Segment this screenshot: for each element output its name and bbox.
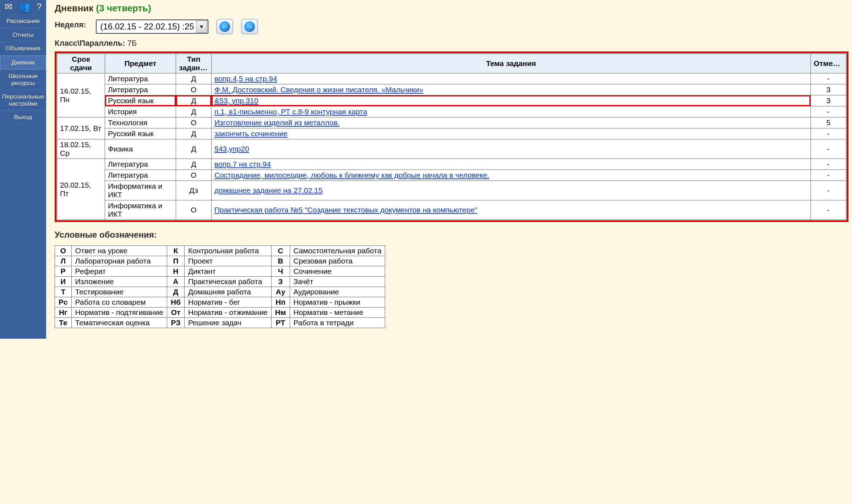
cell-mark: -	[811, 139, 846, 159]
legend-desc: Решение задач	[185, 318, 272, 328]
legend-row: НгНорматив - подтягиваниеОтНорматив - от…	[55, 308, 385, 318]
legend-desc: Норматив - прыжки	[290, 297, 385, 308]
table-row: Информатика и ИКТОПрактическая работа №5…	[57, 200, 846, 220]
cell-topic: Практическая работа №5 "Создание текстов…	[212, 200, 811, 220]
sidebar-item[interactable]: Отчеты	[0, 28, 46, 42]
week-select[interactable]: (16.02.15 - 22.02.15) :25 ▼	[96, 20, 208, 34]
help-icon[interactable]: ?	[37, 1, 42, 12]
diary-table-highlight: Срок сдачи Предмет Тип задания Тема зада…	[55, 51, 848, 222]
week-row: Неделя: (16.02.15 - 22.02.15) :25 ▼ ← →	[55, 19, 848, 34]
cell-mark: 3	[811, 95, 846, 106]
topic-link[interactable]: §43,упр20	[214, 145, 249, 153]
table-row: 18.02.15, СрФизикаД§43,упр20-	[57, 139, 846, 159]
topic-link[interactable]: домашнее задание на 27.02.15	[214, 186, 323, 194]
prev-week-button[interactable]: ←	[216, 19, 233, 34]
legend-desc: Норматив - метание	[290, 308, 385, 318]
cell-topic: Сострадание, милосердие, любовь к ближне…	[212, 170, 811, 181]
cell-type: О	[176, 170, 212, 181]
cell-type: Д	[176, 128, 212, 139]
table-row: Русский языкД&53, упр.3103	[57, 95, 846, 106]
legend-code: В	[271, 256, 290, 266]
cell-type: О	[176, 200, 212, 220]
cell-topic: п.1, в1-письменно, РТ с.8-9 контурная ка…	[212, 106, 811, 117]
legend-code: Н	[167, 266, 184, 277]
table-row: ЛитератураОСострадание, милосердие, любо…	[57, 170, 846, 181]
cell-mark: -	[811, 128, 846, 139]
legend-code: Нб	[167, 297, 184, 308]
legend-desc: Сочинение	[290, 266, 385, 277]
legend-desc: Контрольная работа	[185, 246, 272, 256]
legend-desc: Самостоятельная работа	[290, 246, 385, 256]
legend-desc: Тестирование	[71, 287, 167, 297]
cell-topic: Ф.М. Достоевский. Сведения о жизни писат…	[212, 84, 811, 95]
legend-desc: Аудирование	[290, 287, 385, 297]
sidebar: ✉ 👥 ? РасписаниеОтчетыОбъявленияДневникШ…	[0, 0, 46, 339]
cell-type: Д	[176, 139, 212, 159]
legend-desc: Работа в тетради	[290, 318, 385, 328]
legend-desc: Норматив - бег	[185, 297, 272, 308]
legend-code: Т	[55, 287, 72, 297]
cell-mark: -	[811, 73, 846, 84]
users-icon[interactable]: 👥	[19, 1, 30, 12]
legend-code: Нг	[55, 308, 72, 318]
legend-code: Нм	[271, 308, 290, 318]
sidebar-item[interactable]: Школьные ресурсы	[0, 70, 46, 90]
topic-link[interactable]: закончить сочинение	[214, 129, 288, 138]
mail-icon[interactable]: ✉	[5, 1, 12, 12]
legend-desc: Реферат	[71, 266, 167, 277]
legend-desc: Норматив - подтягивание	[71, 308, 167, 318]
cell-due: 17.02.15, Вт	[57, 117, 105, 139]
class-label: Класс\Параллель:	[55, 39, 125, 48]
col-mark: Отметка	[811, 54, 846, 73]
sidebar-item[interactable]: Объявления	[0, 42, 46, 56]
topic-link[interactable]: вопр.4,5 на стр.94	[214, 74, 277, 83]
cell-mark: -	[811, 106, 846, 117]
table-row: Информатика и ИКТДздомашнее задание на 2…	[57, 181, 846, 200]
cell-due: 20.02.15, Пт	[57, 159, 105, 220]
next-week-button[interactable]: →	[241, 19, 258, 34]
week-select-value: (16.02.15 - 22.02.15) :25	[100, 22, 194, 32]
legend-desc: Ответ на уроке	[71, 246, 167, 256]
content: Дневник (3 четверть) Неделя: (16.02.15 -…	[46, 0, 852, 339]
topic-link[interactable]: Практическая работа №5 "Создание текстов…	[214, 206, 477, 214]
legend-code: Л	[55, 256, 72, 266]
legend-desc: Работа со словарем	[71, 297, 167, 308]
legend-code: РТ	[271, 318, 290, 328]
topic-link[interactable]: Изготовление изделий из металлов.	[214, 118, 339, 127]
topic-link[interactable]: п.1, в1-письменно, РТ с.8-9 контурная ка…	[214, 107, 367, 116]
cell-subject: Информатика и ИКТ	[105, 181, 176, 200]
topic-link[interactable]: &53, упр.310	[214, 96, 258, 105]
sidebar-item[interactable]: Персональные настройки	[0, 90, 46, 111]
legend-code: Ау	[271, 287, 290, 297]
legend-code: Р	[55, 266, 72, 277]
table-row: 20.02.15, ПтЛитератураДвопр.7 на стр.94-	[57, 159, 846, 170]
legend-desc: Проект	[185, 256, 272, 266]
topic-link[interactable]: Сострадание, милосердие, любовь к ближне…	[214, 171, 489, 179]
legend-code: И	[55, 277, 72, 287]
cell-subject: Литература	[105, 84, 176, 95]
legend-row: ООтвет на урокеККонтрольная работаССамос…	[55, 246, 385, 256]
cell-topic: вопр.4,5 на стр.94	[212, 73, 811, 84]
table-row: ИсторияДп.1, в1-письменно, РТ с.8-9 конт…	[57, 106, 846, 117]
cell-mark: -	[811, 181, 846, 200]
cell-subject: Информатика и ИКТ	[105, 200, 176, 220]
legend-code: З	[271, 277, 290, 287]
cell-topic: &53, упр.310	[212, 95, 811, 106]
cell-subject: Литература	[105, 170, 176, 181]
legend-code: РЗ	[167, 318, 184, 328]
cell-mark: -	[811, 159, 846, 170]
term-text: (3 четверть)	[96, 3, 151, 13]
legend-desc: Лабораторная работа	[71, 256, 167, 266]
topic-link[interactable]: Ф.М. Достоевский. Сведения о жизни писат…	[214, 85, 424, 94]
sidebar-item[interactable]: Расписание	[0, 15, 46, 28]
cell-subject: Русский язык	[105, 128, 176, 139]
legend-row: ТТестированиеДДомашняя работаАуАудирован…	[55, 287, 385, 297]
legend-desc: Зачёт	[290, 277, 385, 287]
sidebar-item[interactable]: Выход	[0, 111, 46, 124]
topic-link[interactable]: вопр.7 на стр.94	[214, 160, 271, 168]
class-value: 7Б	[127, 39, 137, 48]
cell-type: О	[176, 117, 212, 128]
cell-topic: домашнее задание на 27.02.15	[212, 181, 811, 200]
sidebar-item[interactable]: Дневник	[0, 56, 46, 70]
legend-desc: Норматив - отжимание	[185, 308, 272, 318]
